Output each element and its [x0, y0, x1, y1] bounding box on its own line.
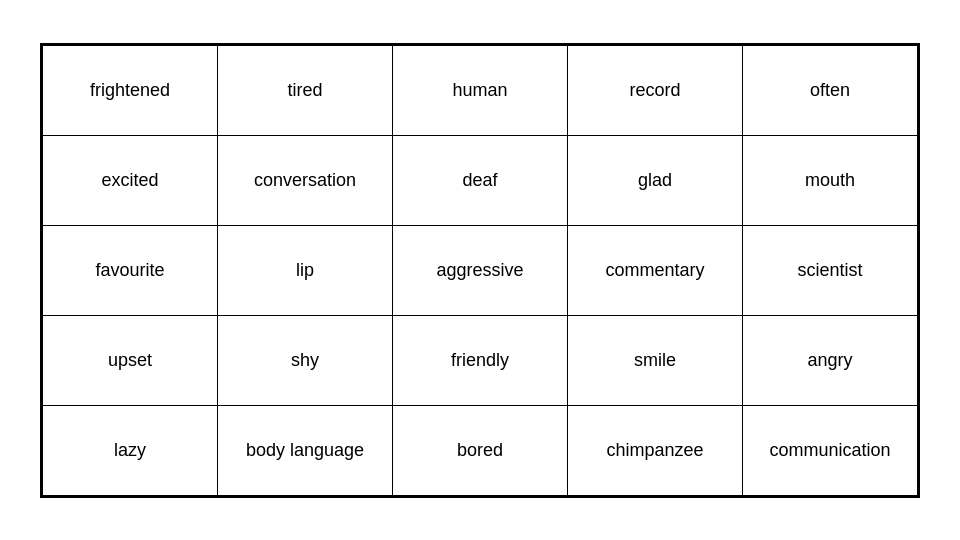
word-grid: frightenedtiredhumanrecordoftenexcitedco… [40, 43, 920, 498]
table-cell: friendly [393, 315, 568, 405]
table-cell: excited [43, 135, 218, 225]
table-cell: deaf [393, 135, 568, 225]
table-cell: body language [218, 405, 393, 495]
table-cell: conversation [218, 135, 393, 225]
table-cell: favourite [43, 225, 218, 315]
table-cell: tired [218, 45, 393, 135]
table-cell: bored [393, 405, 568, 495]
table-cell: communication [743, 405, 918, 495]
table-cell: lip [218, 225, 393, 315]
table-cell: smile [568, 315, 743, 405]
table-cell: human [393, 45, 568, 135]
table-cell: upset [43, 315, 218, 405]
table-cell: chimpanzee [568, 405, 743, 495]
table-cell: glad [568, 135, 743, 225]
table-cell: often [743, 45, 918, 135]
table-cell: mouth [743, 135, 918, 225]
table-cell: scientist [743, 225, 918, 315]
table-cell: aggressive [393, 225, 568, 315]
table-cell: shy [218, 315, 393, 405]
table-cell: lazy [43, 405, 218, 495]
table-cell: record [568, 45, 743, 135]
table-cell: angry [743, 315, 918, 405]
table-cell: commentary [568, 225, 743, 315]
table-cell: frightened [43, 45, 218, 135]
